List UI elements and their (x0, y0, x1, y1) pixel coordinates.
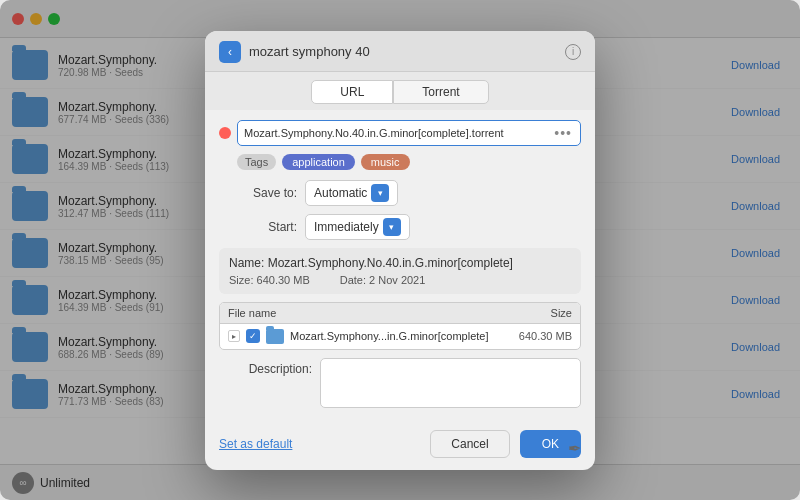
description-label: Description: (237, 358, 312, 376)
url-input-wrapper: ••• (237, 120, 581, 146)
modal-titlebar: ‹ mozart symphony 40 i (205, 31, 595, 72)
name-label: Name: (229, 256, 264, 270)
start-row: Start: Immediately ▾ (219, 214, 581, 240)
tab-url[interactable]: URL (311, 80, 393, 104)
file-table: File name Size ▸ ✓ Mozart.Symphony...in.… (219, 302, 581, 350)
cancel-button[interactable]: Cancel (430, 430, 509, 458)
info-button[interactable]: i (565, 44, 581, 60)
size-value: 640.30 MB (257, 274, 310, 286)
start-select[interactable]: Immediately ▾ (305, 214, 410, 240)
name-value: Mozart.Symphony.No.40.in.G.minor[complet… (268, 256, 513, 270)
save-to-row: Save to: Automatic ▾ (219, 180, 581, 206)
footer-buttons: Cancel OK (430, 430, 581, 458)
col-name-header: File name (228, 307, 492, 319)
save-to-value: Automatic (314, 186, 367, 200)
url-options-button[interactable]: ••• (552, 125, 574, 141)
start-label: Start: (237, 220, 297, 234)
description-input[interactable] (320, 358, 581, 408)
file-meta: Size: 640.30 MB Date: 2 Nov 2021 (229, 274, 571, 286)
save-to-select[interactable]: Automatic ▾ (305, 180, 398, 206)
red-dot-indicator (219, 127, 231, 139)
url-row: ••• (219, 120, 581, 146)
file-folder-icon (266, 329, 284, 344)
pen-icon: ✒ (568, 439, 581, 458)
tab-torrent[interactable]: Torrent (393, 80, 488, 104)
date-label: Date: (340, 274, 366, 286)
modal-body: ••• Tags application music Save to: Auto… (205, 110, 595, 430)
size-display: Size: 640.30 MB (229, 274, 310, 286)
start-value: Immediately (314, 220, 379, 234)
size-label: Size: (229, 274, 253, 286)
col-size-header: Size (492, 307, 572, 319)
file-checkbox[interactable]: ✓ (246, 329, 260, 343)
date-value: 2 Nov 2021 (369, 274, 425, 286)
url-input[interactable] (244, 127, 552, 139)
tags-label: Tags (237, 154, 276, 170)
modal-tabs: URL Torrent (205, 72, 595, 110)
tag-music[interactable]: music (361, 154, 410, 170)
modal-title: mozart symphony 40 (249, 44, 557, 59)
back-button[interactable]: ‹ (219, 41, 241, 63)
save-to-arrow-icon: ▾ (371, 184, 389, 202)
save-to-label: Save to: (237, 186, 297, 200)
modal-footer: Set as default Cancel OK (205, 430, 595, 470)
set-default-link[interactable]: Set as default (219, 437, 292, 451)
file-info-section: Name: Mozart.Symphony.No.40.in.G.minor[c… (219, 248, 581, 294)
tags-row: Tags application music (219, 154, 581, 170)
expand-button[interactable]: ▸ (228, 330, 240, 342)
file-size: 640.30 MB (494, 330, 572, 342)
file-name-display: Name: Mozart.Symphony.No.40.in.G.minor[c… (229, 256, 571, 270)
file-table-header: File name Size (220, 303, 580, 324)
file-name: Mozart.Symphony...in.G.minor[complete] (290, 330, 488, 342)
date-display: Date: 2 Nov 2021 (340, 274, 426, 286)
tag-application[interactable]: application (282, 154, 355, 170)
table-row[interactable]: ▸ ✓ Mozart.Symphony...in.G.minor[complet… (220, 324, 580, 349)
description-row: Description: (219, 358, 581, 408)
start-arrow-icon: ▾ (383, 218, 401, 236)
modal-overlay: ‹ mozart symphony 40 i URL Torrent ••• T… (0, 0, 800, 500)
modal-dialog: ‹ mozart symphony 40 i URL Torrent ••• T… (205, 31, 595, 470)
